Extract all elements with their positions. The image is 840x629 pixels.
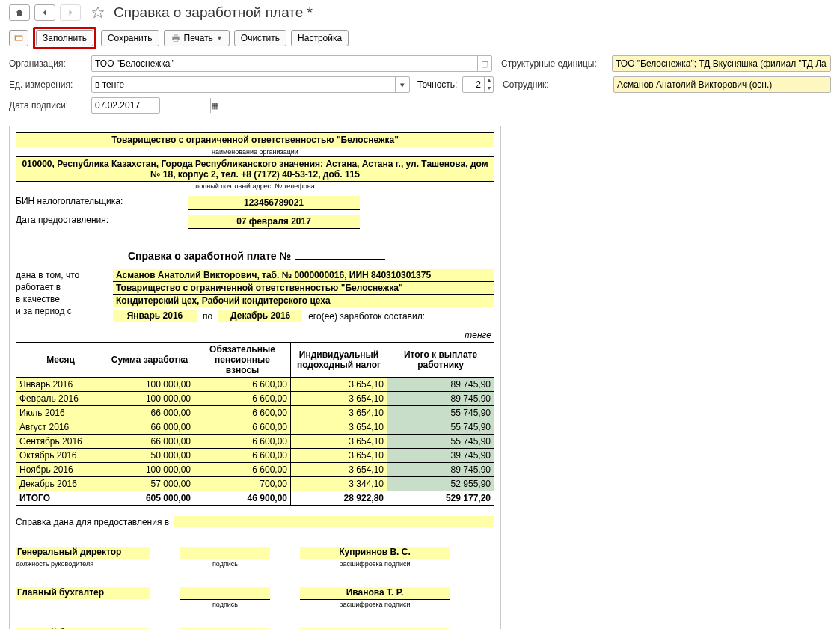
- precision-input[interactable]: [463, 78, 484, 91]
- employee-field[interactable]: [613, 76, 831, 93]
- doc-org-name: Товарищество с ограниченной ответственно…: [16, 133, 494, 147]
- col-payout: Итого к выплате работнику: [387, 343, 494, 378]
- window-title: Справка о заработной плате *: [114, 4, 313, 21]
- org-input[interactable]: [92, 57, 477, 70]
- sign-sign-2: [180, 587, 270, 600]
- precision-up-icon[interactable]: ▴: [485, 77, 494, 85]
- sign-name-2-cap: расшифровка подписи: [300, 600, 450, 608]
- employee-input[interactable]: [614, 78, 830, 91]
- doc-org-name-caption: наименование организации: [16, 147, 494, 157]
- svg-rect-1: [16, 37, 22, 40]
- measure-input[interactable]: [92, 78, 395, 91]
- document-icon: [13, 33, 24, 43]
- measure-field[interactable]: ▾: [91, 76, 410, 93]
- calendar-icon[interactable]: ▦: [210, 98, 218, 113]
- units-field[interactable]: [612, 55, 831, 72]
- period-to: Декабрь 2016: [218, 310, 302, 322]
- doc-number-blank: [295, 259, 385, 260]
- home-button[interactable]: [9, 4, 30, 21]
- chevron-down-icon: ▼: [216, 34, 223, 42]
- fill-button-highlight: Заполнить: [33, 27, 96, 49]
- table-row: Ноябрь 2016100 000,006 600,003 654,1089 …: [16, 463, 494, 477]
- measure-label: Ед. измерения:: [9, 79, 91, 90]
- table-row: Январь 2016100 000,006 600,003 654,1089 …: [16, 378, 494, 392]
- settings-button[interactable]: Настройка: [291, 30, 349, 46]
- sign-name-2: Иванова Т. Р.: [300, 587, 450, 600]
- doc-title: Справка о заработной плате №: [128, 250, 291, 262]
- document-preview: Товарищество с ограниченной ответственно…: [9, 126, 501, 629]
- position-line: Кондитерский цех, Рабочий кондитерского …: [113, 295, 494, 307]
- units-label: Структурные единицы:: [501, 58, 612, 69]
- earnings-table: Месяц Сумма заработка Обязательные пенси…: [16, 342, 494, 506]
- org-field[interactable]: ▢: [91, 55, 492, 72]
- printer-icon: [171, 33, 181, 43]
- svg-rect-4: [174, 39, 178, 42]
- forward-button[interactable]: [60, 4, 81, 21]
- given-for-label: Справка дана для предоставления в: [16, 517, 169, 527]
- works-at-line: Товарищество с ограниченной ответственно…: [113, 282, 494, 295]
- table-row: Июль 201666 000,006 600,003 654,1055 745…: [16, 406, 494, 420]
- home-icon: [15, 8, 24, 17]
- sign-cap-2: подпись: [180, 600, 270, 608]
- doc-org-address-caption: полный почтовый адрес, № телефона: [16, 182, 494, 191]
- history-button[interactable]: [9, 30, 28, 46]
- print-label: Печать: [184, 33, 213, 43]
- sign-date-input[interactable]: [92, 99, 210, 112]
- favorite-icon[interactable]: [91, 6, 105, 19]
- precision-label: Точность:: [417, 79, 462, 90]
- given-for-blank: [174, 516, 494, 527]
- table-row: Август 201666 000,006 600,003 654,1055 7…: [16, 420, 494, 435]
- table-row: Февраль 2016100 000,006 600,003 654,1089…: [16, 392, 494, 406]
- sign-date-label: Дата подписи:: [9, 100, 91, 111]
- org-label: Организация:: [9, 58, 91, 69]
- back-button[interactable]: [34, 4, 55, 21]
- sign-name-1: Куприянов В. С.: [300, 547, 450, 559]
- fill-button[interactable]: Заполнить: [36, 30, 93, 46]
- sign-date-field[interactable]: ▦: [91, 97, 160, 114]
- sign-name-1-cap: расшифровка подписи: [300, 559, 450, 568]
- units-input[interactable]: [613, 57, 830, 70]
- sign-role-2: Главный бухгалтер: [16, 587, 150, 599]
- sign-cap-1: подпись: [180, 559, 270, 568]
- bin-label: БИН налогоплательщика:: [16, 196, 188, 206]
- org-open-icon[interactable]: ▢: [477, 56, 491, 71]
- period-tail: его(ее) заработок составил:: [308, 311, 425, 322]
- col-earning: Сумма заработка: [105, 343, 194, 378]
- doc-org-address: 010000, Республика Казахстан, Города Рес…: [16, 157, 494, 182]
- issue-date-label: Дата предоставления:: [16, 215, 188, 225]
- issue-date-value: 07 февраля 2017: [188, 215, 360, 229]
- col-tax: Индивидуальный подоходный налог: [291, 343, 387, 378]
- sign-role-1: Генеральный директор: [16, 547, 150, 559]
- chevron-down-icon[interactable]: ▾: [395, 77, 409, 92]
- col-month: Месяц: [16, 343, 105, 378]
- sign-sign-1: [180, 547, 270, 559]
- print-button[interactable]: Печать ▼: [164, 30, 230, 46]
- precision-down-icon[interactable]: ▾: [485, 85, 494, 93]
- svg-rect-3: [174, 34, 178, 37]
- period-from: Январь 2016: [113, 310, 197, 322]
- save-button[interactable]: Сохранить: [101, 30, 159, 46]
- precision-field[interactable]: ▴▾: [462, 76, 494, 93]
- clear-button[interactable]: Очистить: [234, 30, 286, 46]
- table-row: Сентябрь 201666 000,006 600,003 654,1055…: [16, 435, 494, 449]
- table-row: Октябрь 201650 000,006 600,003 654,1039 …: [16, 449, 494, 463]
- employee-label: Сотрудник:: [503, 79, 613, 90]
- table-total-row: ИТОГО605 000,0046 900,0028 922,80529 177…: [16, 491, 494, 506]
- arrow-left-icon: [40, 8, 49, 17]
- bin-value: 123456789021: [188, 196, 360, 210]
- period-sep: по: [203, 311, 212, 322]
- given-text: дана в том, что работает в в качестве и …: [16, 269, 113, 322]
- arrow-right-icon: [66, 8, 75, 17]
- col-pension: Обязательные пенсионные взносы: [194, 343, 291, 378]
- employee-line: Асманов Анатолий Викторович, таб. № 0000…: [113, 269, 494, 282]
- unit-note: тенге: [16, 330, 494, 340]
- table-row: Декабрь 201657 000,00700,003 344,1052 95…: [16, 477, 494, 491]
- sign-role-1-cap: должность руководителя: [16, 559, 150, 568]
